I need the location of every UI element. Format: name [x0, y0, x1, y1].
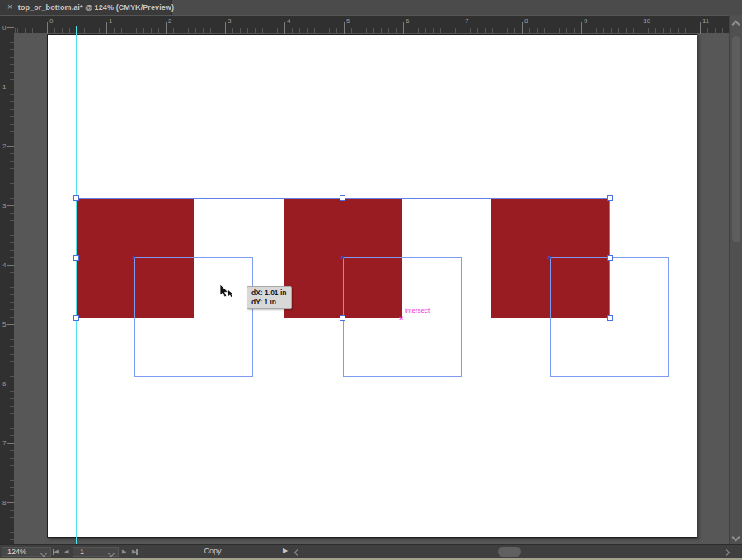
last-page-button[interactable]: ▶	[132, 547, 138, 557]
ruler-label: 6	[406, 17, 409, 25]
ruler-tick	[7, 324, 14, 325]
titlebar: × top_or_bottom.ai* @ 124% (CMYK/Preview…	[0, 0, 742, 15]
canvas[interactable]: ××××intersectdX: 1.01 indY: 1 in	[14, 33, 729, 544]
scroll-down-icon[interactable]	[732, 534, 740, 542]
ruler-label: 2	[168, 17, 171, 25]
drag-anchor-x-icon: ×	[547, 254, 552, 261]
guide-horizontal[interactable]	[14, 318, 729, 318]
ruler-tick	[7, 27, 14, 28]
ruler-label: 0	[2, 24, 6, 31]
ruler-tick	[7, 502, 14, 503]
chevron-down-icon	[108, 550, 115, 557]
page-number-dropdown[interactable]: 1	[73, 547, 119, 557]
ruler-label: 5	[346, 17, 350, 25]
guide-ruler-marker	[491, 26, 491, 33]
ruler-label: 1	[2, 83, 6, 91]
ruler-tick	[106, 22, 107, 34]
vertical-ruler[interactable]: 012345678	[0, 33, 14, 544]
status-menu-arrow[interactable]: ▶	[283, 547, 288, 554]
smart-guide-line	[402, 198, 402, 321]
scroll-up-icon[interactable]	[732, 21, 740, 29]
ruler-label: 4	[2, 261, 6, 269]
selection-handle[interactable]	[607, 315, 613, 321]
next-page-button[interactable]: ▶	[122, 547, 126, 557]
zoom-level-dropdown[interactable]: 124%	[2, 547, 51, 557]
document-title: top_or_bottom.ai* @ 124% (CMYK/Preview)	[18, 3, 174, 12]
ruler-label: 8	[524, 17, 528, 25]
status-display: Copy	[144, 547, 281, 557]
zoom-level: 124%	[7, 548, 26, 556]
chevron-right-icon[interactable]	[723, 549, 730, 556]
smart-guide-label: intersect	[405, 308, 430, 314]
ruler-label: 2	[2, 143, 6, 150]
close-icon[interactable]: ×	[7, 3, 12, 12]
selection-handle[interactable]	[607, 195, 613, 201]
chevron-down-icon	[40, 550, 47, 557]
page-number: 1	[80, 548, 84, 556]
ruler-label: 4	[287, 17, 290, 25]
guide-vertical[interactable]	[76, 33, 77, 544]
first-page-button[interactable]: ◀	[53, 547, 59, 557]
guide-vertical[interactable]	[491, 33, 491, 544]
ruler-tick	[522, 22, 523, 34]
ruler-tick	[641, 22, 641, 34]
guide-ruler-marker	[0, 318, 14, 318]
ruler-label: 3	[2, 202, 6, 209]
ruler-label: 5	[2, 321, 6, 328]
selection-handle[interactable]	[607, 255, 613, 261]
ruler-tick	[7, 205, 14, 206]
ruler-label: 6	[2, 380, 6, 388]
ruler-tick	[166, 22, 167, 34]
ruler-tick	[463, 22, 463, 34]
ruler-tick	[225, 22, 226, 34]
mouse-cursor	[219, 284, 237, 302]
horizontal-ruler[interactable]: 01234567891011	[14, 15, 729, 33]
previous-page-button[interactable]: ◀	[64, 547, 68, 557]
guide-ruler-marker	[76, 26, 77, 33]
document-tab[interactable]: × top_or_bottom.ai* @ 124% (CMYK/Preview…	[0, 0, 172, 15]
drag-measurement-tooltip: dX: 1.01 indY: 1 in	[247, 286, 292, 309]
ruler-label: 7	[465, 17, 468, 25]
ruler-label: 10	[643, 17, 650, 25]
ruler-tick	[47, 22, 48, 34]
ruler-minor-ticks	[10, 33, 14, 544]
ruler-tick	[7, 265, 14, 266]
ruler-tick	[344, 22, 345, 34]
drag-anchor-x-icon: ×	[132, 254, 136, 261]
ruler-label: 7	[2, 440, 6, 447]
guide-ruler-marker	[284, 26, 284, 33]
ruler-label: 0	[49, 17, 53, 25]
ruler-tick	[7, 87, 14, 87]
tooltip-dy: dY: 1 in	[251, 298, 287, 307]
ruler-label: 8	[2, 499, 6, 506]
chevron-left-icon[interactable]	[294, 549, 301, 556]
ruler-tick	[7, 384, 14, 384]
ruler-label: 11	[702, 17, 709, 25]
ruler-tick	[7, 443, 14, 444]
ruler-tick	[700, 22, 701, 34]
illustrator-window: × top_or_bottom.ai* @ 124% (CMYK/Preview…	[0, 0, 742, 560]
selection-handle[interactable]	[340, 315, 345, 321]
ruler-label: 3	[228, 17, 231, 25]
selection-handle[interactable]	[340, 195, 345, 201]
statusbar: 124% ◀ ◀ 1 ▶ ▶ Copy ▶	[0, 544, 742, 558]
vertical-scrollbar[interactable]	[729, 15, 742, 544]
horizontal-scrollbar-thumb[interactable]	[498, 547, 521, 557]
smart-guide-x-icon: ×	[399, 315, 403, 322]
ruler-minor-ticks	[14, 28, 729, 33]
ruler-label: 1	[109, 17, 112, 25]
ruler-tick	[403, 22, 404, 34]
vertical-scrollbar-thumb[interactable]	[732, 36, 740, 242]
selection-handle[interactable]	[73, 255, 79, 261]
ruler-tick	[284, 22, 285, 34]
drag-anchor-x-icon: ×	[340, 254, 345, 261]
ruler-tick	[7, 146, 14, 147]
selection-handle[interactable]	[73, 315, 79, 321]
tooltip-dx: dX: 1.01 in	[251, 289, 287, 298]
selection-handle[interactable]	[73, 195, 79, 201]
ruler-tick	[581, 22, 582, 34]
ruler-label: 9	[584, 17, 587, 25]
